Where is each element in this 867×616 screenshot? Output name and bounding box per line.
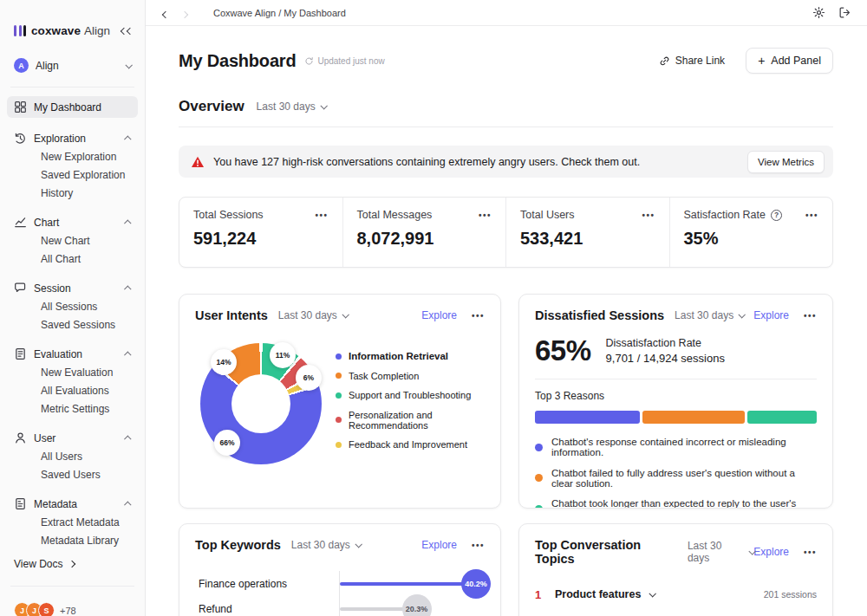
more-menu-icon[interactable] (804, 548, 817, 557)
dissatisfaction-pct: 65% (535, 334, 591, 367)
reason-dot-icon (535, 505, 543, 509)
panel-title: Top Conversation Topics (535, 538, 677, 566)
page-header: My Dashboard Updated just now Share Link… (179, 48, 833, 74)
more-menu-icon[interactable] (479, 211, 492, 220)
panel-range-select[interactable]: Last 30 days (291, 539, 361, 551)
brand-logo: coxwave Align (0, 0, 145, 46)
sidebar-bottom: View Docs JJS +78 (0, 549, 145, 616)
sidebar-section-exploration[interactable]: Exploration (7, 129, 138, 147)
user-intents-donut-chart: 14%11%6%66% (200, 343, 322, 464)
panel-range-label: Last 30 days (688, 540, 744, 564)
topic-row[interactable]: 1 Product features 201 sessions (535, 587, 817, 602)
sidebar-section-session[interactable]: Session (7, 279, 138, 297)
members-avatars[interactable]: JJS +78 (0, 592, 145, 616)
keyword-label: Finance operations (195, 578, 339, 590)
sidebar-item[interactable]: New Evaluation (7, 363, 138, 381)
reason-text: Chatbot's response contained incorrect o… (551, 437, 817, 457)
panel-title: Dissatisfied Sessions (535, 308, 664, 322)
keyword-value-bubble: 40.2% (461, 569, 491, 599)
panels-grid: User Intents Last 30 days Explore 14%11%… (179, 294, 833, 616)
stat-card: Total Sessions 591,224 (179, 198, 342, 267)
keywords-bar-chart: Finance operations 40.2% Refund 20.3% Fi… (195, 571, 485, 616)
sidebar-item[interactable]: Saved Users (7, 465, 138, 483)
sidebar-item[interactable]: Metadata Library (7, 531, 138, 549)
sidebar-item[interactable]: All Chart (7, 250, 138, 268)
workspace-switcher[interactable]: A Align (0, 46, 145, 81)
chevron-down-icon (320, 102, 327, 109)
explore-link[interactable]: Explore (753, 309, 789, 321)
view-metrics-button[interactable]: View Metrics (747, 151, 825, 173)
panel-top-conversation-topics: Top Conversation Topics Last 30 days Exp… (518, 523, 833, 616)
sidebar-item-my-dashboard[interactable]: My Dashboard (7, 96, 138, 118)
sidebar-item[interactable]: All Evaluations (7, 381, 138, 399)
section-divider (179, 126, 833, 127)
share-link-button[interactable]: Share Link (659, 55, 725, 67)
session-icon (14, 282, 27, 295)
app-window: coxwave Align A Align My Dashboard Explo… (0, 0, 867, 616)
exploration-icon (14, 132, 27, 145)
chevron-down-icon (739, 311, 746, 318)
reason-dot-icon (535, 474, 543, 482)
stacked-bar-segment (747, 411, 817, 424)
more-menu-icon[interactable] (642, 211, 655, 220)
sidebar-item[interactable]: New Exploration (7, 147, 138, 165)
legend-label: Feedback and Improvement (349, 439, 467, 450)
nav-forward-icon[interactable] (179, 3, 191, 23)
plus-icon: + (758, 56, 765, 65)
help-icon[interactable] (771, 210, 782, 221)
keyword-row[interactable]: Finance operations 40.2% (195, 571, 485, 596)
sidebar-item-label: My Dashboard (34, 101, 101, 113)
updated-status: Updated just now (304, 56, 384, 66)
more-menu-icon[interactable] (472, 541, 485, 550)
settings-gear-icon[interactable] (812, 6, 825, 19)
explore-link[interactable]: Explore (421, 309, 457, 321)
nav-back-icon[interactable] (160, 3, 172, 23)
panel-range-select[interactable]: Last 30 days (278, 309, 348, 321)
stat-label: Total Sessions (193, 209, 264, 221)
metadata-icon (14, 497, 27, 510)
keyword-bar-track: 40.2% (339, 571, 485, 596)
add-panel-button[interactable]: + Add Panel (746, 48, 833, 74)
sidebar-section-evaluation[interactable]: Evaluation (7, 345, 138, 363)
section-label: Metadata (34, 498, 77, 510)
explore-link[interactable]: Explore (421, 539, 457, 551)
reason-dot-icon (535, 444, 543, 451)
sidebar-item[interactable]: Extract Metadata (7, 513, 138, 531)
view-docs-link[interactable]: View Docs (0, 549, 145, 580)
sign-out-icon[interactable] (838, 6, 851, 19)
more-menu-icon[interactable] (315, 211, 328, 220)
sidebar-section-chart[interactable]: Chart (7, 213, 138, 231)
overview-range-select[interactable]: Last 30 days (257, 101, 326, 113)
sidebar-item[interactable]: Metric Settings (7, 399, 138, 418)
sidebar-section-metadata[interactable]: Metadata (7, 495, 138, 513)
stat-value: 591,224 (193, 229, 329, 249)
panel-top-keywords: Top Keywords Last 30 days Explore Financ… (179, 523, 501, 616)
legend-label: Information Retrieval (349, 351, 448, 361)
sidebar-section: Evaluation New EvaluationAll Evaluations… (7, 345, 138, 418)
panel-range-select[interactable]: Last 30 days (675, 309, 744, 321)
keyword-row[interactable]: Refund 20.3% (195, 596, 485, 616)
topic-sessions-count: 201 sessions (764, 589, 817, 600)
sidebar-item[interactable]: New Chart (7, 231, 138, 250)
stat-label: Total Users (520, 209, 575, 221)
more-menu-icon[interactable] (472, 311, 485, 321)
sidebar-item[interactable]: All Sessions (7, 297, 138, 315)
legend-item: Support and Troubleshooting (336, 390, 485, 400)
sidebar-section-user[interactable]: User (7, 429, 138, 447)
more-menu-icon[interactable] (804, 311, 817, 321)
keyword-label: Refund (195, 603, 339, 615)
sidebar-item[interactable]: All Users (7, 447, 138, 465)
sidebar-item[interactable]: History (7, 184, 138, 202)
sidebar-item[interactable]: Saved Sessions (7, 315, 138, 334)
sidebar-divider (10, 87, 134, 88)
explore-link[interactable]: Explore (753, 546, 789, 558)
stat-card: Satisfaction Rate 35% (669, 198, 833, 267)
stat-card: Total Users 533,421 (505, 198, 669, 267)
sidebar-collapse-icon[interactable] (121, 29, 133, 34)
more-menu-icon[interactable] (805, 211, 818, 220)
sidebar-section: Metadata Extract MetadataMetadata Librar… (7, 495, 138, 549)
chevron-up-icon (124, 351, 131, 358)
panel-dissatisfied-sessions: Dissatisfied Sessions Last 30 days Explo… (518, 294, 833, 509)
panel-range-select[interactable]: Last 30 days (688, 540, 753, 564)
sidebar-item[interactable]: Saved Exploration (7, 165, 138, 184)
